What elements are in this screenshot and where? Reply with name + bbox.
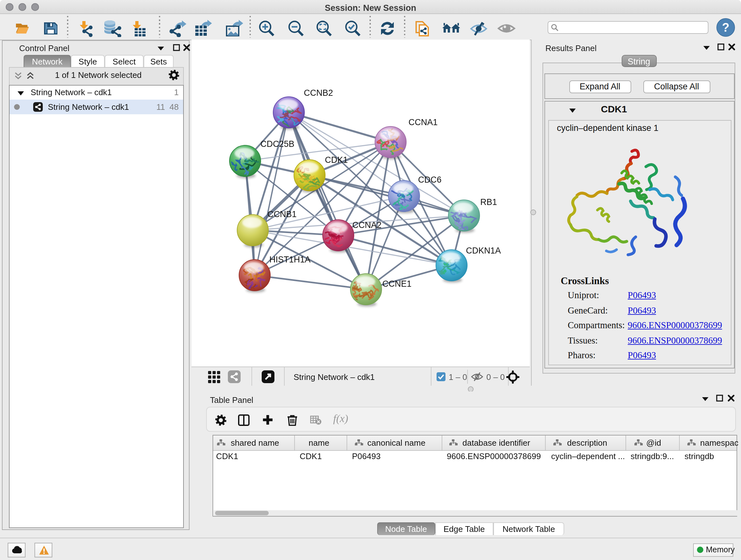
svg-text:CDK1: CDK1 (325, 155, 348, 165)
svg-text:CCNB2: CCNB2 (304, 88, 333, 98)
svg-text:?: ? (722, 21, 729, 34)
svg-text:HIST1H1A: HIST1H1A (269, 255, 311, 264)
svg-text:CCNB1: CCNB1 (267, 209, 297, 219)
svg-text:CCNA1: CCNA1 (408, 118, 438, 127)
svg-text:CDC6: CDC6 (418, 175, 442, 185)
svg-text:CCNE1: CCNE1 (382, 279, 412, 289)
svg-text:CDKN1A: CDKN1A (466, 246, 501, 255)
svg-text:CDC25B: CDC25B (260, 139, 294, 149)
svg-text:CCNA2: CCNA2 (352, 220, 382, 230)
svg-text:RB1: RB1 (480, 197, 497, 207)
